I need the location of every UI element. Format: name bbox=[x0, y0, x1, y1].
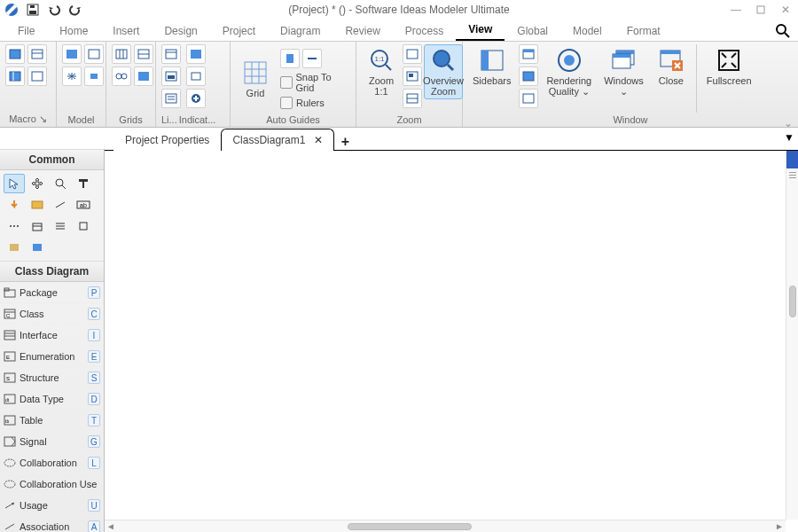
toolbox-item-usage[interactable]: UsageU bbox=[0, 495, 104, 516]
tab-insert[interactable]: Insert bbox=[100, 21, 152, 41]
model-btn-4[interactable] bbox=[84, 66, 104, 86]
tool-zoom[interactable] bbox=[50, 174, 71, 193]
macro-btn-3[interactable] bbox=[5, 66, 25, 86]
toolbox-classdiagram-header[interactable]: Class Diagram bbox=[0, 261, 104, 282]
sidebars-button[interactable]: Sidebars bbox=[468, 44, 515, 89]
hscroll-left-arrow[interactable]: ◄ bbox=[105, 521, 117, 531]
doc-tab-project-properties[interactable]: Project Properties bbox=[113, 129, 221, 151]
toolbox-item-collaboration-use[interactable]: Collaboration Use bbox=[0, 473, 104, 495]
macro-group-label: Macro bbox=[9, 113, 36, 124]
save-icon[interactable] bbox=[25, 2, 41, 18]
indicat-btn-3[interactable] bbox=[186, 89, 206, 108]
grids-btn-4[interactable] bbox=[134, 66, 153, 86]
undo-icon[interactable] bbox=[46, 2, 62, 18]
window-btn-a[interactable] bbox=[519, 44, 538, 64]
tab-process[interactable]: Process bbox=[393, 21, 456, 41]
add-tab-button[interactable]: + bbox=[334, 132, 356, 150]
tool-arrow-down[interactable] bbox=[4, 195, 25, 215]
macro-btn-4[interactable] bbox=[27, 66, 47, 86]
toolbox-item-enumeration[interactable]: EEnumerationE bbox=[0, 346, 104, 367]
close-button[interactable]: Close bbox=[652, 44, 691, 89]
li-btn-3[interactable] bbox=[161, 89, 181, 108]
model-btn-3[interactable] bbox=[62, 66, 82, 86]
tool-color-a[interactable] bbox=[4, 238, 25, 257]
svg-line-113 bbox=[5, 524, 14, 529]
tab-project[interactable]: Project bbox=[210, 21, 268, 41]
redo-icon[interactable] bbox=[67, 2, 83, 18]
snap-to-grid-checkbox[interactable]: Snap To Grid bbox=[280, 72, 350, 93]
grids-btn-1[interactable] bbox=[112, 44, 131, 64]
maximize-button[interactable] bbox=[748, 0, 773, 20]
zoom-btn-b[interactable] bbox=[403, 66, 422, 86]
rulers-checkbox[interactable]: Rulers bbox=[280, 97, 325, 109]
toolbox-item-collaboration[interactable]: CollaborationL bbox=[0, 452, 104, 473]
hscroll-right-arrow[interactable]: ► bbox=[773, 521, 786, 531]
zoom-btn-a[interactable] bbox=[403, 44, 422, 64]
tab-global[interactable]: Global bbox=[505, 21, 560, 41]
tool-line[interactable] bbox=[50, 195, 71, 215]
tab-review[interactable]: Review bbox=[332, 21, 392, 41]
tab-format[interactable]: Format bbox=[614, 21, 673, 41]
app-logo-icon[interactable] bbox=[4, 2, 20, 18]
tab-diagram[interactable]: Diagram bbox=[268, 21, 332, 41]
hscroll-thumb[interactable] bbox=[348, 523, 472, 530]
tool-square[interactable] bbox=[73, 216, 94, 236]
minimize-button[interactable]: — bbox=[724, 0, 748, 20]
rendering-quality-button[interactable]: Rendering Quality ⌄ bbox=[542, 44, 596, 99]
toolbox-item-package[interactable]: PackageP bbox=[0, 282, 104, 303]
indicat-btn-1[interactable] bbox=[186, 44, 206, 64]
model-btn-2[interactable] bbox=[84, 44, 104, 64]
li-btn-1[interactable] bbox=[161, 44, 181, 64]
model-btn-1[interactable] bbox=[62, 44, 82, 64]
li-btn-2[interactable] bbox=[161, 66, 181, 86]
toolbox-item-structure[interactable]: SStructureS bbox=[0, 367, 104, 388]
close-window-button[interactable]: ✕ bbox=[773, 0, 798, 20]
windows-button[interactable]: Windows ⌄ bbox=[599, 44, 648, 99]
toolbox-common-header[interactable]: Common bbox=[0, 149, 104, 170]
panel-grip-icon[interactable] bbox=[786, 172, 798, 178]
toolbox-item-signal[interactable]: SignalG bbox=[0, 431, 104, 452]
window-btn-c[interactable] bbox=[519, 89, 538, 108]
tab-design[interactable]: Design bbox=[152, 21, 209, 41]
tool-list[interactable] bbox=[50, 216, 71, 236]
toolbox-item-interface[interactable]: InterfaceI bbox=[0, 325, 104, 346]
hscroll-track[interactable] bbox=[117, 523, 773, 530]
toolbox-item-label: Data Type bbox=[20, 394, 84, 404]
autoguide-btn-2[interactable] bbox=[302, 49, 322, 68]
overview-zoom-button[interactable]: Overview Zoom bbox=[424, 44, 463, 99]
tool-rect[interactable] bbox=[27, 195, 48, 215]
autoguide-btn-1[interactable] bbox=[280, 49, 300, 68]
tab-overflow-icon[interactable]: ▼ bbox=[784, 131, 794, 144]
tool-stack[interactable] bbox=[27, 216, 48, 236]
macro-btn-2[interactable] bbox=[27, 44, 47, 64]
ribbon-search-icon[interactable] bbox=[773, 21, 793, 41]
toolbox-item-table[interactable]: tbTableT bbox=[0, 410, 104, 431]
doc-tab-classdiagram1[interactable]: ClassDiagram1✕ bbox=[221, 129, 334, 151]
fullscreen-button[interactable]: Fullscreen bbox=[702, 44, 756, 89]
diagram-canvas[interactable] bbox=[105, 151, 786, 520]
macro-btn-1[interactable] bbox=[5, 44, 25, 64]
zoom-btn-c[interactable] bbox=[403, 89, 422, 108]
indicat-btn-2[interactable] bbox=[186, 66, 206, 86]
zoom-1-1-button[interactable]: 1:1 Zoom 1:1 bbox=[362, 44, 401, 99]
tab-view[interactable]: View bbox=[456, 20, 505, 41]
grid-toggle-button[interactable]: Grid bbox=[236, 57, 275, 101]
tool-label[interactable]: ab bbox=[73, 195, 94, 215]
window-btn-b[interactable] bbox=[519, 66, 538, 86]
grids-btn-2[interactable] bbox=[134, 44, 153, 64]
tab-file[interactable]: File bbox=[5, 21, 47, 41]
tool-dots[interactable] bbox=[4, 216, 25, 236]
toolbox-item-data-type[interactable]: dtData TypeD bbox=[0, 388, 104, 410]
tool-text[interactable] bbox=[73, 174, 94, 193]
tab-model[interactable]: Model bbox=[560, 21, 614, 41]
grids-btn-3[interactable] bbox=[112, 66, 131, 86]
collapsed-panel-tab[interactable] bbox=[786, 151, 798, 168]
doc-tab-close-icon[interactable]: ✕ bbox=[314, 134, 323, 146]
tool-pointer[interactable] bbox=[4, 174, 25, 193]
tab-home[interactable]: Home bbox=[47, 21, 100, 41]
toolbox-item-association[interactable]: AssociationA bbox=[0, 516, 104, 532]
toolbox-item-class[interactable]: CClassC bbox=[0, 303, 104, 325]
tool-color-b[interactable] bbox=[27, 238, 48, 257]
tool-move[interactable] bbox=[27, 174, 48, 193]
vertical-scrollbar-thumb[interactable] bbox=[789, 286, 796, 317]
